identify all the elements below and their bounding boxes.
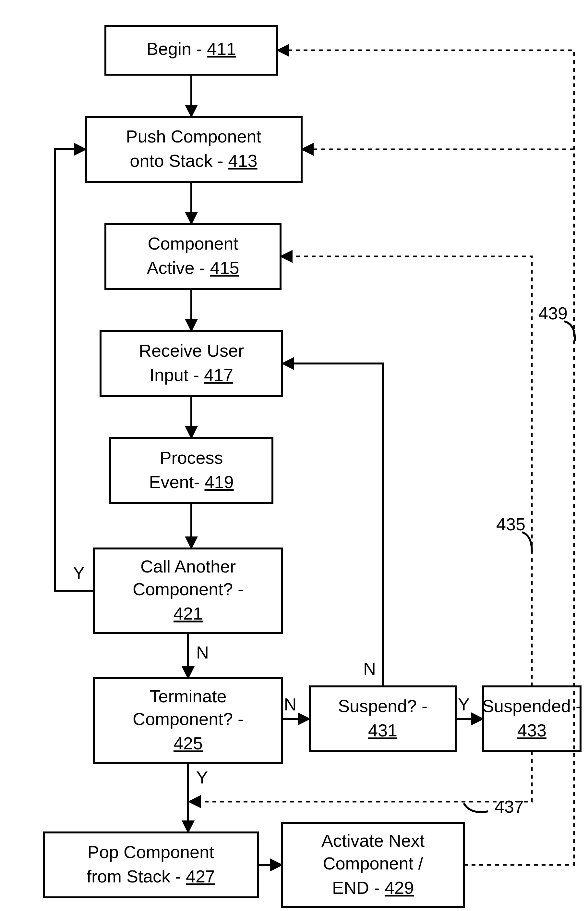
label-431-Y: Y	[458, 694, 470, 714]
node-component-active: Component Active - 415	[105, 224, 281, 289]
label-435: 435	[496, 515, 525, 534]
node-receive-input: Receive User Input - 417	[100, 331, 282, 396]
node-push-line2: onto Stack -	[130, 151, 228, 170]
svg-text:from Stack - 427: from Stack - 427	[87, 867, 215, 886]
label-437: 437	[494, 797, 524, 816]
node-suspend: Suspend? - 431	[310, 686, 456, 751]
node-act-ref: 429	[384, 878, 414, 897]
node-process-event: Process Event- 419	[110, 438, 273, 503]
svg-text:Active - 415: Active - 415	[147, 258, 239, 277]
node-term-line1: Terminate	[150, 686, 226, 706]
node-act-line2: Component /	[323, 854, 423, 873]
label-421-N: N	[196, 642, 209, 662]
node-pop-ref: 427	[186, 867, 215, 886]
node-call-line1: Call Another	[141, 557, 236, 576]
node-push-ref: 413	[228, 151, 257, 170]
node-pop-component: Pop Component from Stack - 427	[44, 832, 258, 897]
svg-text:Event- 419: Event- 419	[149, 472, 234, 492]
node-act-line1: Activate Next	[321, 831, 425, 850]
flowchart-diagram: Begin - 411 Push Component onto Stack - …	[0, 0, 588, 911]
node-act-line3: END -	[332, 878, 384, 897]
node-call-another: Call Another Component? - 421	[94, 549, 282, 633]
node-suspend-line1: Suspend? -	[338, 696, 428, 716]
node-begin-ref: 411	[207, 39, 236, 58]
node-pop-line2: from Stack -	[87, 867, 186, 886]
node-suspended-ref: 433	[517, 720, 546, 740]
leader-439	[564, 321, 575, 341]
label-425-Y: Y	[196, 767, 208, 787]
leader-435	[522, 532, 532, 552]
node-term-ref: 425	[173, 733, 203, 753]
node-active-ref: 415	[210, 258, 239, 277]
node-begin-text: Begin -	[147, 39, 207, 58]
node-call-line2: Component? -	[132, 579, 244, 599]
node-active-line1: Component	[147, 234, 238, 253]
edge-435	[282, 256, 532, 686]
node-receive-line2: Input -	[150, 365, 204, 385]
node-suspended: Suspended - 433	[482, 686, 582, 751]
edge-431-417	[284, 364, 383, 686]
edge-421-413	[55, 149, 94, 591]
node-push-line1: Push Component	[126, 126, 261, 146]
node-process-ref: 419	[204, 472, 234, 492]
node-suspended-line1: Suspended -	[482, 696, 582, 716]
node-push-component: Push Component onto Stack - 413	[86, 117, 302, 182]
svg-text:onto Stack - 413: onto Stack - 413	[130, 151, 257, 170]
node-active-line2: Active -	[147, 258, 210, 277]
node-term-line2: Component? -	[132, 709, 244, 728]
label-421-Y: Y	[73, 563, 85, 583]
label-425-N: N	[284, 694, 297, 714]
node-terminate: Terminate Component? - 425	[94, 678, 282, 763]
svg-text:Input - 417: Input - 417	[150, 365, 233, 385]
label-439: 439	[538, 303, 567, 323]
node-process-line1: Process	[160, 448, 223, 468]
node-process-line2: Event-	[149, 472, 204, 492]
node-suspend-ref: 431	[368, 720, 397, 740]
node-receive-line1: Receive User	[139, 341, 244, 360]
node-receive-ref: 417	[204, 365, 233, 385]
label-431-N: N	[363, 659, 376, 678]
node-call-ref: 421	[173, 604, 203, 623]
node-pop-line1: Pop Component	[87, 842, 214, 862]
svg-text:END - 429: END - 429	[332, 878, 414, 897]
svg-text:Begin - 411: Begin - 411	[147, 39, 236, 58]
node-activate-next: Activate Next Component / END - 429	[282, 823, 464, 907]
leader-437	[464, 803, 488, 812]
node-begin: Begin - 411	[105, 26, 277, 74]
